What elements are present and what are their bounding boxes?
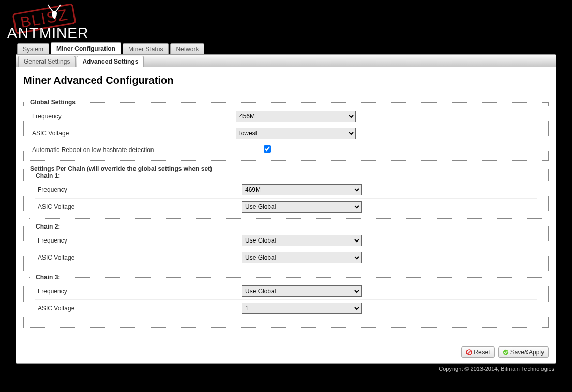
label-chain2-voltage: ASIC Voltage xyxy=(35,254,242,261)
chain2-legend: Chain 2: xyxy=(35,223,61,230)
content-area: Miner Advanced Configuration Global Sett… xyxy=(16,67,556,341)
svg-point-2 xyxy=(503,350,508,355)
sub-tabs: General Settings Advanced Settings xyxy=(16,55,556,67)
label-global-frequency: Frequency xyxy=(29,113,236,120)
chain2-fieldset: Chain 2: Frequency Use Global ASIC Volta… xyxy=(29,223,543,269)
brand-ant: ANT xyxy=(7,25,39,41)
row-global-frequency: Frequency 456M xyxy=(29,108,543,125)
cancel-icon xyxy=(466,349,472,355)
main-panel: General Settings Advanced Settings Miner… xyxy=(16,54,556,364)
brand-miner: MINER xyxy=(39,25,88,41)
tab-system[interactable]: System xyxy=(17,43,49,54)
save-apply-button[interactable]: Save&Apply xyxy=(498,346,549,358)
label-global-voltage: ASIC Voltage xyxy=(29,130,236,137)
page-title: Miner Advanced Configuration xyxy=(23,74,549,89)
row-chain1-voltage: ASIC Voltage Use Global xyxy=(35,198,537,215)
tab-advanced-settings[interactable]: Advanced Settings xyxy=(77,56,144,67)
header-logo-area: BLISZ ANTMINER xyxy=(0,0,572,42)
global-settings-legend: Global Settings xyxy=(29,99,77,106)
chain1-fieldset: Chain 1: Frequency 469M ASIC Voltage Use… xyxy=(29,172,543,219)
select-chain1-voltage[interactable]: Use Global xyxy=(242,201,362,213)
reset-button-label: Reset xyxy=(474,349,490,356)
mascot-icon xyxy=(46,4,63,22)
row-chain3-frequency: Frequency Use Global xyxy=(35,283,537,299)
per-chain-legend: Settings Per Chain (will override the gl… xyxy=(29,165,213,172)
select-chain2-frequency[interactable]: Use Global xyxy=(242,235,362,246)
select-chain1-frequency[interactable]: 469M xyxy=(242,184,362,195)
row-chain3-voltage: ASIC Voltage 1 xyxy=(35,299,537,316)
label-chain2-frequency: Frequency xyxy=(35,237,242,244)
global-settings-fieldset: Global Settings Frequency 456M ASIC Volt… xyxy=(23,99,549,161)
row-chain2-frequency: Frequency Use Global xyxy=(35,232,537,249)
footer-copyright: Copyright © 2013-2014, Bitmain Technolog… xyxy=(0,364,572,372)
save-apply-button-label: Save&Apply xyxy=(510,349,544,356)
main-tabs: System Miner Configuration Miner Status … xyxy=(17,42,572,54)
label-chain3-voltage: ASIC Voltage xyxy=(35,305,242,312)
label-auto-reboot: Automatic Reboot on low hashrate detecti… xyxy=(29,146,236,154)
select-global-frequency[interactable]: 456M xyxy=(236,111,356,122)
chain3-fieldset: Chain 3: Frequency Use Global ASIC Volta… xyxy=(29,274,543,320)
per-chain-fieldset: Settings Per Chain (will override the gl… xyxy=(23,165,549,328)
tab-miner-status[interactable]: Miner Status xyxy=(123,43,169,54)
row-global-voltage: ASIC Voltage lowest xyxy=(29,125,543,142)
select-chain2-voltage[interactable]: Use Global xyxy=(242,252,362,263)
select-global-voltage[interactable]: lowest xyxy=(236,128,356,139)
apply-icon xyxy=(503,349,509,355)
row-auto-reboot: Automatic Reboot on low hashrate detecti… xyxy=(29,142,543,157)
row-chain1-frequency: Frequency 469M xyxy=(35,182,537,198)
tab-network[interactable]: Network xyxy=(170,43,204,54)
actions-bar: Reset Save&Apply xyxy=(16,341,556,363)
label-chain1-frequency: Frequency xyxy=(35,186,242,193)
label-chain1-voltage: ASIC Voltage xyxy=(35,203,242,210)
select-chain3-frequency[interactable]: Use Global xyxy=(242,285,362,297)
label-chain3-frequency: Frequency xyxy=(35,288,242,295)
reset-button[interactable]: Reset xyxy=(461,346,494,358)
chain3-legend: Chain 3: xyxy=(35,274,61,281)
svg-line-1 xyxy=(468,351,471,354)
chain1-legend: Chain 1: xyxy=(35,172,61,179)
tab-miner-configuration[interactable]: Miner Configuration xyxy=(51,42,121,54)
row-chain2-voltage: ASIC Voltage Use Global xyxy=(35,249,537,266)
select-chain3-voltage[interactable]: 1 xyxy=(242,303,362,314)
tab-general-settings[interactable]: General Settings xyxy=(18,56,76,67)
checkbox-auto-reboot[interactable] xyxy=(264,145,271,153)
